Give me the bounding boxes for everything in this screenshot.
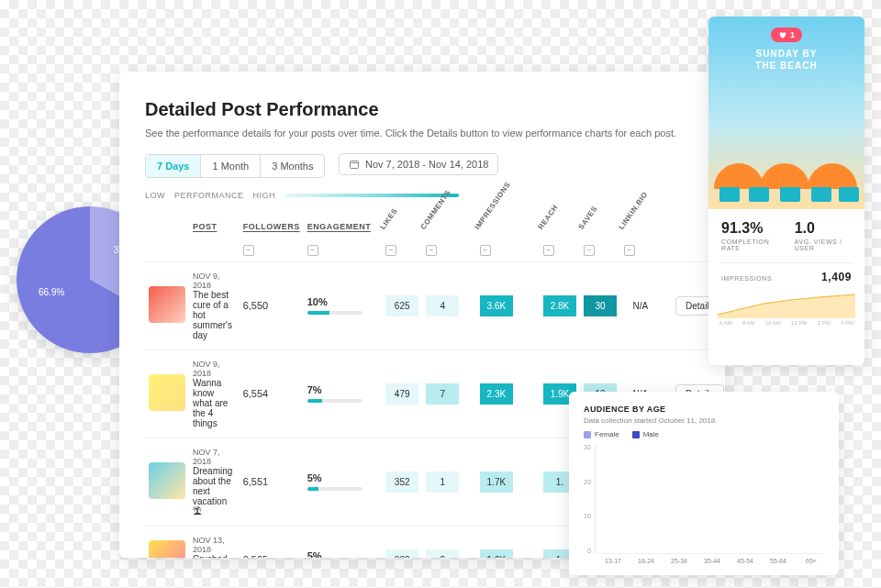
col-impressions[interactable]: IMPRESSIONS: [476, 218, 540, 240]
impressions-label: IMPRESSIONS: [721, 275, 772, 282]
col-likes[interactable]: LIKES: [382, 218, 422, 240]
collapse-icon[interactable]: −: [480, 245, 491, 256]
post-thumbnail[interactable]: [149, 540, 185, 558]
collapse-icon[interactable]: −: [624, 245, 635, 256]
range-3months[interactable]: 3 Months: [261, 155, 324, 177]
calendar-icon: [349, 159, 360, 170]
heart-icon: [778, 30, 787, 39]
col-engagement[interactable]: ENGAGEMENT: [304, 218, 375, 240]
audience-note: Data collection started October 11, 2018…: [584, 416, 824, 425]
col-reach[interactable]: REACH: [540, 218, 580, 240]
audience-bar-chart: 3020100: [584, 444, 824, 554]
collapse-icon[interactable]: −: [543, 245, 554, 256]
performance-scale: LOW PERFORMANCE HIGH: [145, 191, 699, 200]
pie-slice-large-label: 66.9%: [39, 287, 64, 297]
audience-by-age-panel: AUDIENCE BY AGE Data collection started …: [569, 392, 839, 575]
impressions-area-chart: [718, 293, 855, 318]
date-range-picker[interactable]: Nov 7, 2018 - Nov 14, 2018: [339, 153, 499, 175]
col-followers[interactable]: FOLLOWERS: [240, 218, 304, 240]
post-thumbnail[interactable]: [149, 462, 185, 499]
page-subtitle: See the performance details for your pos…: [145, 128, 699, 139]
col-saves[interactable]: SAVES: [580, 218, 620, 240]
page-title: Detailed Post Performance: [145, 99, 699, 120]
legend-swatch-female: [584, 431, 591, 438]
completion-rate-stat: 91.3% COMPLETION RATE: [721, 220, 778, 251]
collapse-icon[interactable]: −: [584, 245, 595, 256]
post-thumbnail[interactable]: [149, 286, 185, 323]
post-thumbnail[interactable]: [149, 374, 185, 411]
svg-rect-0: [350, 161, 358, 169]
time-range-segmented: 7 Days 1 Month 3 Months: [145, 154, 325, 178]
story-cover: 1 SUNDAY BYTHE BEACH: [708, 17, 864, 209]
scale-low: LOW: [145, 191, 165, 200]
range-1month[interactable]: 1 Month: [201, 155, 261, 177]
audience-title: AUDIENCE BY AGE: [584, 405, 824, 414]
col-post[interactable]: POST: [189, 218, 240, 240]
table-row: NOV 9, 2018The best cure of a hot summer…: [145, 261, 725, 349]
scale-gradient: [284, 194, 459, 197]
col-comments[interactable]: COMMENTS: [422, 218, 476, 240]
range-7days[interactable]: 7 Days: [146, 155, 201, 177]
audience-legend: Female Male: [584, 430, 824, 438]
like-badge: 1: [771, 28, 802, 42]
collapse-icon[interactable]: −: [426, 245, 437, 256]
scale-high: HIGH: [253, 191, 276, 200]
story-analytics-card: 1 SUNDAY BYTHE BEACH 91.3% COMPLETION RA…: [708, 17, 864, 365]
impressions-value: 1,409: [821, 271, 852, 283]
story-title: SUNDAY BYTHE BEACH: [708, 48, 864, 72]
avg-views-stat: 1.0 AVG. VIEWS / USER: [795, 220, 852, 251]
collapse-icon[interactable]: −: [243, 245, 254, 256]
legend-swatch-male: [632, 431, 640, 438]
scale-mid: PERFORMANCE: [174, 191, 244, 200]
col-linkinbio[interactable]: LINKIN.BIO: [620, 218, 672, 240]
collapse-icon[interactable]: −: [307, 245, 318, 256]
impressions-x-ticks: 6 AM8 AM10 AM12 PM2 PM4 PM: [708, 318, 864, 326]
collapse-icon[interactable]: −: [385, 245, 396, 256]
